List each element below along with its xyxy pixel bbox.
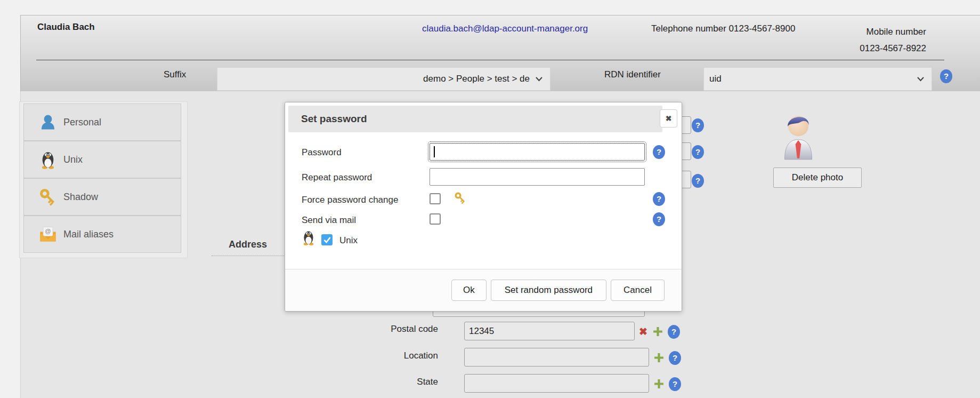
force-password-change-label: Force password change	[302, 195, 398, 205]
set-random-password-button[interactable]: Set random password	[491, 280, 606, 301]
set-password-dialog: Set password Password Repeat password Fo…	[285, 102, 682, 312]
sidebar-item-label: Personal	[63, 117, 101, 128]
field-help-icon[interactable]	[692, 118, 704, 132]
rdn-select-value: uid	[709, 74, 722, 84]
state-label: State	[320, 377, 438, 387]
add-value-icon[interactable]	[653, 378, 665, 392]
chevron-down-icon	[917, 76, 925, 82]
mobile-text: Mobile number 0123-4567-8922	[821, 23, 926, 57]
sidebar-item-label: Mail aliases	[63, 229, 114, 240]
tux-icon	[38, 149, 58, 170]
dialog-footer: Ok Set random password Cancel	[285, 269, 682, 311]
telephone-label: Telephone number	[651, 23, 726, 34]
send-via-mail-checkbox[interactable]	[430, 213, 441, 225]
sidebar-item-unix[interactable]: Unix	[23, 141, 181, 178]
header-divider	[36, 60, 944, 60]
chevron-down-icon	[535, 76, 543, 82]
rdn-identifier-label: RDN identifier	[604, 69, 661, 80]
telephone-text: Telephone number 0123-4567-8900	[651, 23, 795, 34]
dialog-title: Set password	[301, 113, 367, 125]
sidebar-item-personal[interactable]: Personal	[23, 104, 181, 141]
key-icon	[453, 191, 467, 207]
repeat-password-input[interactable]	[430, 168, 645, 186]
sidebar-item-label: Shadow	[63, 192, 98, 203]
add-value-icon[interactable]	[653, 352, 665, 365]
key-icon	[38, 187, 58, 207]
suffix-select-value: demo > People > test > de	[423, 74, 530, 84]
repeat-password-label: Repeat password	[302, 172, 372, 183]
svg-text:@: @	[45, 228, 51, 234]
add-value-icon[interactable]	[652, 326, 663, 339]
postal-code-label: Postal code	[320, 324, 438, 335]
sidebar-item-mail-aliases[interactable]: @ Mail aliases	[23, 216, 181, 253]
password-input[interactable]	[430, 143, 645, 161]
field-help-icon[interactable]	[692, 174, 704, 188]
location-label: Location	[320, 351, 438, 361]
rdn-identifier-select[interactable]: uid	[703, 67, 932, 91]
delete-photo-button[interactable]: Delete photo	[773, 168, 862, 188]
force-password-change-help-icon[interactable]	[653, 192, 665, 206]
suffix-select[interactable]: demo > People > test > de	[217, 67, 550, 91]
address-section-label: Address	[212, 239, 284, 256]
person-icon	[38, 112, 58, 132]
unix-module-label: Unix	[339, 235, 358, 246]
tux-icon	[302, 229, 315, 248]
mobile-label: Mobile number	[821, 23, 926, 40]
telephone-value: 0123-4567-8900	[729, 23, 796, 34]
mobile-value: 0123-4567-8922	[821, 40, 926, 57]
sidebar-item-shadow[interactable]: Shadow	[23, 178, 181, 216]
sidebar-item-label: Unix	[63, 154, 83, 165]
postal-code-input[interactable]	[464, 322, 635, 340]
location-input[interactable]	[464, 348, 649, 367]
postal-code-help-icon[interactable]	[668, 325, 680, 339]
ok-button[interactable]: Ok	[451, 280, 487, 301]
send-via-mail-label: Send via mail	[302, 215, 356, 226]
rdn-help-icon[interactable]	[940, 69, 952, 83]
close-icon[interactable]	[660, 109, 677, 128]
delete-value-icon[interactable]	[637, 326, 649, 338]
cancel-button[interactable]: Cancel	[611, 280, 665, 301]
password-label: Password	[302, 147, 342, 158]
field-help-icon[interactable]	[692, 145, 704, 159]
text-caret	[434, 146, 435, 157]
state-help-icon[interactable]	[669, 377, 681, 391]
account-name: Claudia Bach	[37, 22, 95, 33]
unix-module-checkbox[interactable]	[321, 234, 333, 245]
email-link[interactable]: claudia.bach@ldap-account-manager.org	[422, 23, 588, 34]
password-help-icon[interactable]	[653, 145, 665, 159]
send-via-mail-help-icon[interactable]	[653, 212, 665, 226]
suffix-label: Suffix	[164, 69, 186, 80]
dialog-titlebar: Set password	[288, 106, 662, 132]
user-avatar	[780, 107, 816, 163]
mail-at-icon: @	[38, 224, 58, 244]
state-input[interactable]	[464, 374, 649, 393]
force-password-change-checkbox[interactable]	[430, 193, 441, 204]
location-help-icon[interactable]	[669, 351, 681, 365]
